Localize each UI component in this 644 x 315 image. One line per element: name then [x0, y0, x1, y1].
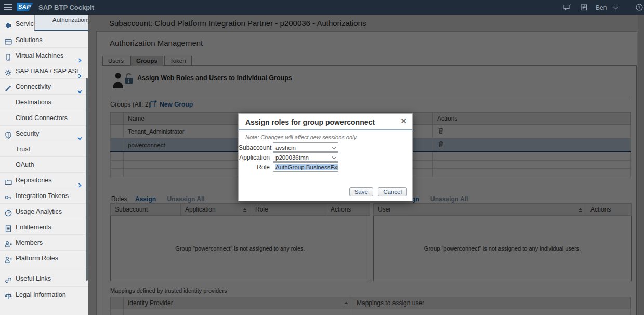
person-icon: [4, 239, 12, 247]
document-icon: [4, 223, 12, 231]
role-label: Role: [239, 164, 270, 171]
sidebar-item-platform-roles[interactable]: Platform Roles: [0, 250, 88, 266]
application-select[interactable]: p200036tmn: [273, 152, 338, 162]
menu-icon[interactable]: [4, 4, 12, 10]
chevron-down-icon: [332, 155, 336, 159]
sidebar-item-authorizations[interactable]: Authorizations: [34, 15, 88, 31]
application-label: Application: [239, 154, 270, 161]
sidebar-item-useful-links[interactable]: Useful Links: [0, 271, 88, 286]
sidebar: Services Solutions Virtual Machines SAP …: [0, 15, 88, 315]
connectivity-icon: [4, 83, 12, 91]
sidebar-item-legal-information[interactable]: Legal Information: [0, 286, 88, 302]
sidebar-item-repositories[interactable]: Repositories: [0, 172, 88, 188]
subaccount-label: Subaccount: [239, 144, 270, 151]
app-title: SAP BTP Cockpit: [38, 4, 94, 11]
sidebar-item-security[interactable]: Security: [0, 125, 88, 141]
chevron-right-icon: [77, 53, 82, 58]
dialog-title: Assign roles for group powerconnect: [245, 118, 375, 126]
person-icon: [4, 254, 12, 262]
scales-icon: [4, 291, 12, 299]
chevron-down-icon: [613, 4, 618, 9]
dialog-divider: [239, 129, 412, 130]
sidebar-item-virtual-machines[interactable]: Virtual Machines: [0, 47, 88, 63]
link-icon: [4, 274, 12, 283]
sidebar-item-sap-hana-sap-ase[interactable]: SAP HANA / SAP ASE: [0, 63, 88, 78]
sidebar-item-cloud-connectors[interactable]: Cloud Connectors: [0, 110, 88, 125]
sidebar-item-connectivity[interactable]: Connectivity: [0, 78, 88, 94]
news-icon[interactable]: [580, 3, 588, 11]
subaccount-select[interactable]: avshcin: [273, 142, 338, 152]
chevron-right-icon: [77, 178, 82, 182]
sap-logo: SAP: [17, 3, 33, 11]
shield-icon: [4, 129, 12, 138]
chevron-down-icon: [77, 84, 82, 89]
gear-icon: [4, 67, 12, 75]
chevron-down-icon: [332, 145, 336, 149]
sidebar-item-members[interactable]: Members: [0, 234, 88, 250]
sidebar-item-usage-analytics[interactable]: Usage Analytics: [0, 203, 88, 219]
topbar: SAP SAP BTP Cockpit Ben ?: [0, 0, 644, 15]
dialog-note: Note: Changes will affect new sessions o…: [245, 134, 358, 140]
close-icon[interactable]: ✕: [400, 116, 407, 126]
sidebar-item-entitlements[interactable]: Entitlements: [0, 219, 88, 234]
sidebar-item-integration-tokens[interactable]: Integration Tokens: [0, 188, 88, 203]
services-icon: [4, 20, 12, 28]
role-select[interactable]: AuthGroup.BusinessExper: [273, 162, 338, 172]
sidebar-scrollbar[interactable]: [86, 78, 88, 281]
save-button[interactable]: Save: [349, 187, 373, 196]
folder-icon: [4, 176, 12, 185]
feedback-icon[interactable]: [563, 3, 571, 11]
gauge-icon: [4, 207, 12, 216]
sidebar-item-solutions[interactable]: Solutions: [0, 32, 88, 47]
help-icon[interactable]: ?: [635, 3, 643, 11]
chevron-right-icon: [77, 69, 82, 73]
chevron-down-icon: [77, 131, 82, 136]
virtual-machines-icon: [4, 51, 12, 60]
sidebar-item-trust[interactable]: Trust: [0, 141, 88, 156]
sidebar-item-oauth[interactable]: OAuth: [0, 156, 88, 172]
user-name: Ben: [596, 4, 607, 11]
user-menu[interactable]: Ben: [596, 4, 616, 11]
key-icon: [4, 192, 12, 200]
svg-text:?: ?: [638, 5, 641, 10]
solutions-icon: [4, 36, 12, 44]
sidebar-item-destinations[interactable]: Destinations: [0, 94, 88, 110]
dialog-buttons: Save Cancel: [346, 187, 407, 196]
assign-roles-dialog: Assign roles for group powerconnect ✕ No…: [238, 113, 413, 201]
cancel-button[interactable]: Cancel: [378, 187, 407, 196]
